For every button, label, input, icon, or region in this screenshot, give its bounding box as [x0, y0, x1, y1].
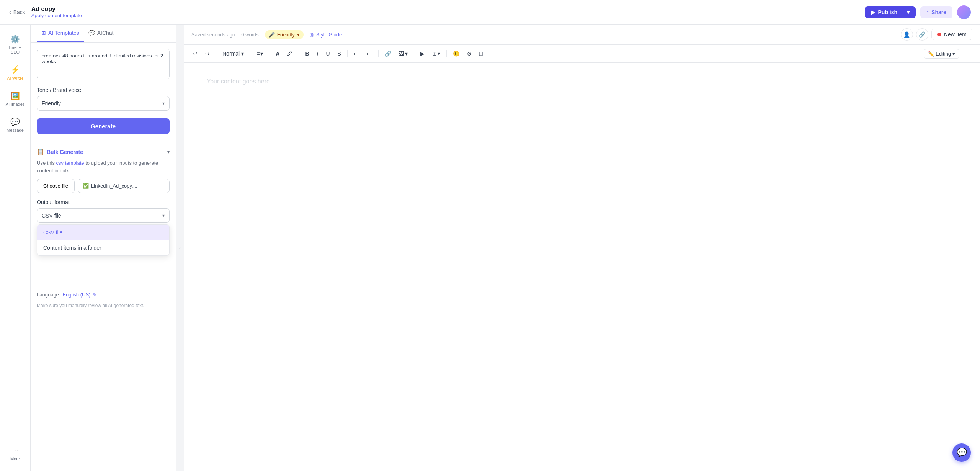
publish-label: Publish [878, 9, 898, 15]
tone-select[interactable]: Friendly ▾ [37, 96, 170, 111]
share-button[interactable]: ↑ Share [920, 6, 952, 18]
text-color-button[interactable]: A [273, 49, 283, 58]
panel-collapse-handle[interactable]: ‹ [176, 25, 184, 471]
brief-seo-icon: ⚙️ [10, 34, 20, 44]
link-button[interactable]: 🔗 [382, 49, 394, 58]
editor-topbar: Saved seconds ago 0 words 🎤 Friendly ▾ ◎… [184, 25, 980, 45]
output-format-selected: CSV file [42, 213, 61, 219]
output-format-select[interactable]: CSV file ▾ [37, 208, 170, 223]
panel: ⊞ AI Templates 💬 AIChat creators. 48 hou… [31, 25, 176, 471]
publish-icon: ▶ [871, 9, 875, 15]
tone-chevron-icon: ▾ [162, 101, 165, 106]
bullet-list-button[interactable]: ≔ [351, 49, 362, 58]
file-selected-display: ✅ LinkedIn_Ad_copy.... [78, 179, 170, 193]
topbar-right: ▶ Publish ▾ ↑ Share [865, 5, 971, 19]
style-guide-button[interactable]: ◎ Style Guide [310, 32, 342, 38]
style-guide-label: Style Guide [316, 32, 342, 38]
bold-icon: B [305, 51, 309, 57]
dropdown-item-csv[interactable]: CSV file [37, 225, 169, 240]
editor-canvas[interactable]: Your content goes here ... [184, 63, 980, 471]
image-button[interactable]: 🖼 ▾ [396, 49, 411, 58]
sidebar-item-ai-images[interactable]: 🖼️ AI Images [2, 87, 28, 110]
tab-ai-templates[interactable]: ⊞ AI Templates [37, 25, 84, 42]
highlight-button[interactable]: 🖊 [284, 49, 296, 58]
back-button[interactable]: ‹ Back [9, 9, 25, 15]
format-label: Normal [222, 51, 240, 57]
page-title-group: Ad copy Apply content template [31, 6, 82, 18]
panel-content: creators. 48 hours turnaround. Unlimited… [31, 43, 176, 471]
page-title: Ad copy [31, 6, 82, 13]
comment-button[interactable]: □ [476, 49, 485, 58]
output-format-dropdown: CSV file Content items in a folder [37, 224, 170, 256]
language-edit-icon[interactable]: ✎ [93, 292, 96, 298]
table-button[interactable]: ⊞ ▾ [429, 49, 443, 58]
tone-badge-chevron: ▾ [297, 32, 300, 38]
chat-fab[interactable]: 💬 [952, 443, 971, 462]
tone-mic-icon: 🎤 [269, 32, 275, 38]
template-textarea[interactable]: creators. 48 hours turnaround. Unlimited… [37, 49, 170, 79]
image-chevron-icon: ▾ [405, 51, 408, 57]
underline-button[interactable]: U [323, 49, 333, 58]
dropdown-item-folder[interactable]: Content items in a folder [37, 240, 169, 255]
highlight-icon: 🖊 [287, 51, 292, 57]
sidebar-item-more[interactable]: ··· More [2, 442, 28, 465]
redo-button[interactable]: ↪ [202, 49, 213, 58]
sidebar-item-label-more: More [10, 456, 20, 461]
choose-file-button[interactable]: Choose file [37, 179, 75, 193]
play-icon: ▶ [420, 51, 425, 57]
ordered-list-button[interactable]: ≔ [364, 49, 375, 58]
collaborator-icon-button[interactable]: 👤 [901, 28, 913, 41]
undo-button[interactable]: ↩ [190, 49, 201, 58]
sidebar-item-label-message: Message [7, 128, 24, 132]
ai-writer-icon: ⚡ [10, 65, 20, 74]
undo-icon: ↩ [193, 51, 198, 57]
sidebar-item-ai-writer[interactable]: ⚡ AI Writer [2, 61, 28, 84]
collaborator-icon: 👤 [903, 31, 910, 38]
bulk-desc-prefix: Use this [37, 160, 55, 166]
more-options-button[interactable]: ⋯ [961, 48, 974, 59]
bold-button[interactable]: B [302, 49, 312, 58]
sidebar-item-brief-seo[interactable]: ⚙️ Brief + SEO [2, 31, 28, 58]
tab-ai-chat[interactable]: 💬 AIChat [84, 25, 118, 42]
format-select[interactable]: Normal ▾ [219, 49, 247, 58]
new-item-button[interactable]: New Item [931, 29, 972, 40]
play-button[interactable]: ▶ [417, 49, 428, 58]
avatar[interactable] [957, 5, 971, 19]
toolbar-sep-7 [414, 50, 414, 57]
clear-format-button[interactable]: ⊘ [464, 49, 475, 58]
strikethrough-button[interactable]: S [335, 49, 344, 58]
apply-template-link[interactable]: Apply content template [31, 13, 82, 18]
bulk-generate-toggle[interactable]: 📋 Bulk Generate [37, 148, 83, 155]
share-label: Share [931, 9, 946, 15]
editor-toolbar: ↩ ↪ Normal ▾ ≡ ▾ A 🖊 B [184, 45, 980, 63]
csv-template-link[interactable]: csv template [56, 160, 84, 166]
bulk-icon: 📋 [37, 148, 44, 155]
tone-badge[interactable]: 🎤 Friendly ▾ [265, 30, 304, 39]
language-value[interactable]: English (US) [62, 292, 90, 298]
topbar: ‹ Back Ad copy Apply content template ▶ … [0, 0, 980, 25]
icon-sidebar: ⚙️ Brief + SEO ⚡ AI Writer 🖼️ AI Images … [0, 25, 31, 471]
tone-selected-value: Friendly [42, 100, 61, 106]
underline-icon: U [326, 51, 330, 57]
ai-templates-tab-label: AI Templates [48, 30, 79, 36]
editor-saved-status: Saved seconds ago [191, 32, 235, 38]
text-align-button[interactable]: ≡ ▾ [253, 49, 266, 58]
output-format-label: Output format [37, 199, 170, 205]
toolbar-sep-4 [299, 50, 299, 57]
image-icon: 🖼 [399, 51, 404, 57]
bulk-desc-suffix: to upload your inputs to generate conten… [37, 160, 158, 173]
emoji-button[interactable]: 🙂 [450, 49, 462, 58]
publish-button[interactable]: ▶ Publish ▾ [865, 6, 916, 18]
ai-templates-tab-icon: ⊞ [41, 30, 46, 36]
share-icon-button[interactable]: 🔗 [916, 28, 928, 41]
file-selected-name: LinkedIn_Ad_copy.... [91, 183, 137, 189]
ai-images-icon: 🖼️ [10, 91, 20, 100]
toolbar-sep-3 [269, 50, 270, 57]
avatar-image [957, 5, 971, 19]
italic-button[interactable]: I [314, 49, 322, 58]
toolbar-sep-2 [250, 50, 250, 57]
generate-button[interactable]: Generate [37, 118, 170, 134]
sidebar-item-message[interactable]: 💬 Message [2, 113, 28, 136]
editing-badge[interactable]: ✏️ Editing ▾ [924, 49, 959, 59]
bulk-chevron-icon: ▾ [167, 149, 170, 155]
